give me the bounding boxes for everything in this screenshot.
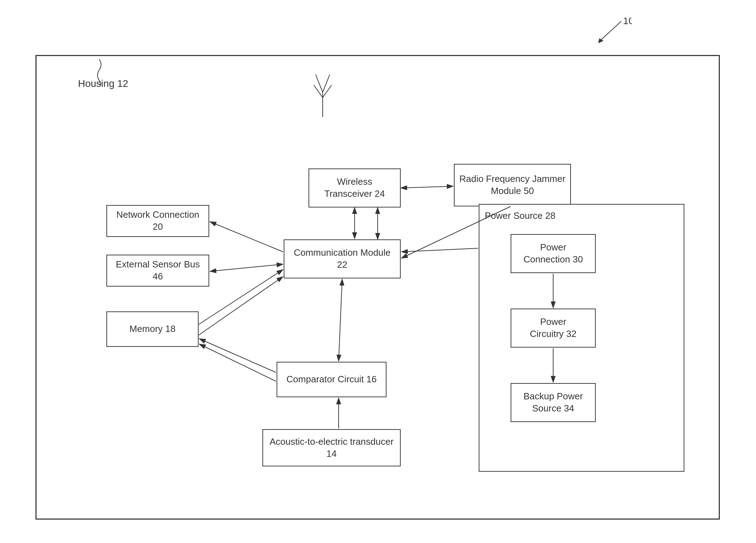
memory-box: Memory 18 — [106, 311, 199, 347]
svg-marker-1 — [598, 38, 604, 43]
power-conn-box: PowerConnection 30 — [511, 234, 596, 273]
comm-module-box: Communication Module 22 — [284, 239, 401, 278]
ref-arrow-svg: 10 — [589, 18, 632, 46]
rf-jammer-box: Radio Frequency JammerModule 50 — [454, 164, 571, 206]
power-circuitry-box: PowerCircuitry 32 — [511, 309, 596, 348]
ext-sensor-bus-box: External Sensor Bus 46 — [106, 255, 209, 287]
transducer-box: Acoustic-to-electric transducer14 — [262, 429, 401, 466]
backup-power-box: Backup PowerSource 34 — [511, 383, 596, 422]
svg-line-7 — [323, 85, 332, 98]
wireless-transceiver-box: WirelessTransceiver 24 — [308, 168, 401, 207]
svg-text:10: 10 — [623, 18, 632, 26]
housing-label: Housing 12 — [78, 78, 128, 89]
antenna-svg — [308, 71, 337, 117]
comparator-box: Comparator Circuit 16 — [277, 362, 387, 397]
network-conn-box: Network Connection 20 — [106, 205, 209, 237]
page: 10 Housing 12 WirelessTransceiver 24 Rad… — [0, 0, 756, 543]
svg-line-6 — [314, 85, 323, 98]
svg-line-0 — [600, 21, 621, 41]
